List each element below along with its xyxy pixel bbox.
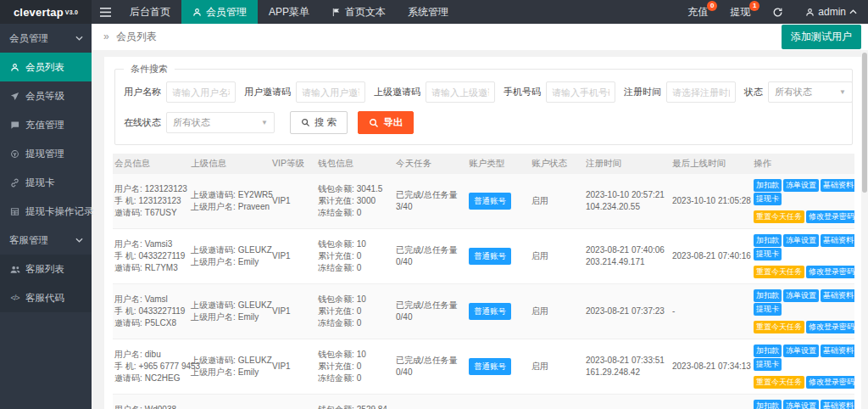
action-reset-tasks-button[interactable]: 重置今天任务 bbox=[754, 321, 804, 333]
reg-time-cell: 2023-08-21 07:33:51 161.29.248.42 bbox=[584, 355, 670, 378]
nav-item-app-menu[interactable]: APP菜单 bbox=[258, 0, 320, 24]
filter-online-status: 在线状态 所有状态 ▼ bbox=[124, 112, 275, 133]
sidebar-item-label: 客服代码 bbox=[25, 292, 64, 305]
sidebar-item-member-list[interactable]: 会员列表 bbox=[0, 53, 92, 81]
recharge-menu-item[interactable]: 充值 0 bbox=[676, 0, 719, 24]
account-status-cell: 启用 bbox=[530, 250, 584, 262]
recharge-label: 充值 bbox=[687, 5, 708, 20]
filter-label: 在线状态 bbox=[124, 116, 161, 129]
nav-item-members[interactable]: 会员管理 bbox=[181, 0, 258, 24]
action-reset-tasks-button[interactable]: 重置今天任务 bbox=[754, 210, 804, 223]
sidebar-toggle-button[interactable] bbox=[92, 0, 119, 24]
sidebar-item-label: 提现管理 bbox=[25, 148, 64, 160]
action-add-deduct-button[interactable]: 加扣款 bbox=[754, 179, 782, 192]
user-code-input[interactable] bbox=[296, 81, 365, 103]
filter-label: 用户名称 bbox=[124, 86, 161, 98]
action-freeze-order-button[interactable]: 冻单设置 bbox=[783, 234, 819, 247]
sidebar-group-support[interactable]: 客服管理 bbox=[0, 226, 92, 255]
action-add-deduct-button[interactable]: 加扣款 bbox=[754, 289, 782, 302]
export-button[interactable]: 导出 bbox=[358, 111, 414, 134]
action-basic-profile-button[interactable]: 基础资料 bbox=[821, 289, 854, 302]
username-input[interactable] bbox=[166, 81, 236, 103]
col-account-status: 账户状态 bbox=[530, 158, 584, 170]
status-select[interactable]: 所有状态 ▼ bbox=[768, 81, 853, 103]
member-info-cell: 用户名:dibu 手 机:+965 6777 9453 邀请码:NC2HEG bbox=[113, 349, 189, 385]
action-withdraw-card-button[interactable]: 提现卡 bbox=[754, 193, 782, 205]
action-basic-profile-button[interactable]: 基础资料 bbox=[821, 234, 854, 247]
members-table: 会员信息 上级信息 VIP等级 钱包信息 今天任务 账户类型 账户状态 注册时间… bbox=[113, 154, 854, 409]
action-reset-tasks-button[interactable]: 重置今天任务 bbox=[754, 266, 804, 278]
parent-info-cell: 上级邀请码:GLEUKZ 上级用户名:Emily bbox=[189, 300, 270, 323]
action-reset-tasks-button[interactable]: 重置今天任务 bbox=[754, 376, 804, 389]
action-basic-profile-button[interactable]: 基础资料 bbox=[821, 400, 854, 409]
row-actions: 加扣款冻单设置基础资料 提现卡 重置今天任务修改登录密码 bbox=[752, 233, 854, 279]
action-change-password-button[interactable]: 修改登录密码 bbox=[806, 321, 854, 333]
reg-time-cell: 2023-08-21 07:37:23 bbox=[584, 305, 670, 317]
table-row: 用户名:123123123 手 机:123123123 邀请码:T67USY 上… bbox=[113, 174, 854, 229]
filter-label: 状态 bbox=[744, 86, 763, 98]
parent-code-input[interactable] bbox=[426, 81, 495, 103]
sidebar-item-support-code[interactable]: </> 客服代码 bbox=[0, 283, 92, 312]
withdraw-label: 提现 bbox=[730, 5, 750, 20]
sidebar-item-label: 客服列表 bbox=[25, 263, 64, 276]
action-withdraw-card-button[interactable]: 提现卡 bbox=[754, 358, 782, 371]
col-member-info: 会员信息 bbox=[113, 158, 189, 170]
last-online-cell: 2023-10-10 21:05:28 bbox=[670, 195, 752, 207]
col-operations: 操作 bbox=[752, 158, 854, 170]
today-tasks-cell: 已完成/总任务量 0/40 bbox=[394, 300, 467, 323]
flag-icon bbox=[331, 8, 341, 17]
sidebar-item-withdraw-card-log[interactable]: 提现卡操作记录 bbox=[0, 197, 92, 226]
filter-label: 用户邀请码 bbox=[244, 86, 291, 98]
add-test-user-button[interactable]: 添加测试用户 bbox=[782, 25, 861, 49]
sidebar-item-support-list[interactable]: 客服列表 bbox=[0, 255, 92, 283]
nav-item-system[interactable]: 系统管理 bbox=[397, 0, 459, 24]
sidebar-item-recharge-mgmt[interactable]: 充值管理 bbox=[0, 110, 92, 139]
code-icon: </> bbox=[9, 294, 20, 302]
reg-time-input[interactable] bbox=[666, 81, 736, 103]
table-row: 用户名:Vamsi3 手 机:0433227119 邀请码:RL7YM3 上级邀… bbox=[113, 229, 854, 284]
sidebar-item-withdraw-mgmt[interactable]: 提现管理 bbox=[0, 139, 92, 168]
action-change-password-button[interactable]: 修改登录密码 bbox=[806, 376, 854, 389]
account-type-badge: 普通账号 bbox=[469, 358, 511, 374]
withdraw-menu-item[interactable]: 提现 1 bbox=[719, 0, 761, 24]
brand-logo: clevertapV3.0 bbox=[0, 0, 92, 24]
search-button[interactable]: 搜 索 bbox=[290, 111, 348, 134]
nav-label: APP菜单 bbox=[269, 5, 309, 20]
filter-username: 用户名称 bbox=[124, 81, 236, 103]
wallet-info-cell: 钱包余额:10 累计充值:0 冻结金额:0 bbox=[316, 238, 394, 275]
refresh-button[interactable] bbox=[761, 0, 794, 24]
filter-phone: 手机号码 bbox=[504, 81, 615, 103]
action-add-deduct-button[interactable]: 加扣款 bbox=[754, 400, 782, 409]
last-online-cell: 2023-08-21 07:40:16 bbox=[670, 250, 752, 262]
action-add-deduct-button[interactable]: 加扣款 bbox=[754, 345, 782, 357]
phone-input[interactable] bbox=[546, 81, 615, 103]
account-type-badge: 普通账号 bbox=[469, 193, 511, 209]
nav-item-dashboard[interactable]: 后台首页 bbox=[119, 0, 181, 24]
action-freeze-order-button[interactable]: 冻单设置 bbox=[783, 179, 819, 192]
action-change-password-button[interactable]: 修改登录密码 bbox=[806, 266, 854, 278]
action-freeze-order-button[interactable]: 冻单设置 bbox=[783, 345, 819, 357]
chevron-down-icon: ▼ bbox=[261, 119, 268, 126]
online-status-select[interactable]: 所有状态 ▼ bbox=[166, 112, 275, 133]
link-icon bbox=[10, 178, 19, 188]
action-basic-profile-button[interactable]: 基础资料 bbox=[821, 179, 854, 192]
action-change-password-button[interactable]: 修改登录密码 bbox=[806, 210, 854, 223]
breadcrumb-current: 会员列表 bbox=[116, 31, 157, 42]
action-freeze-order-button[interactable]: 冻单设置 bbox=[783, 400, 819, 409]
action-add-deduct-button[interactable]: 加扣款 bbox=[754, 234, 782, 247]
sidebar-item-member-level[interactable]: 会员等级 bbox=[0, 81, 92, 110]
table-row: 用户名:Wd0038 手 机:9412548741 邀请码:RYNXS6 上级邀… bbox=[113, 395, 854, 409]
export-button-label: 导出 bbox=[383, 116, 403, 129]
admin-menu[interactable]: admin bbox=[794, 0, 868, 24]
nav-item-home-text[interactable]: 首页文本 bbox=[320, 0, 397, 24]
action-freeze-order-button[interactable]: 冻单设置 bbox=[783, 289, 819, 302]
sidebar-group-members[interactable]: 会员管理 bbox=[0, 24, 92, 53]
sidebar-group-label: 会员管理 bbox=[9, 32, 48, 45]
action-withdraw-card-button[interactable]: 提现卡 bbox=[754, 303, 782, 316]
wallet-info-cell: 钱包余额:10 累计充值:0 冻结金额:0 bbox=[316, 294, 394, 330]
account-type-cell: 普通账号 bbox=[467, 248, 530, 264]
action-withdraw-card-button[interactable]: 提现卡 bbox=[754, 248, 782, 261]
action-basic-profile-button[interactable]: 基础资料 bbox=[821, 345, 854, 357]
sidebar-item-withdraw-card[interactable]: 提现卡 bbox=[0, 168, 92, 197]
scrollbar-thumb[interactable] bbox=[862, 53, 867, 193]
